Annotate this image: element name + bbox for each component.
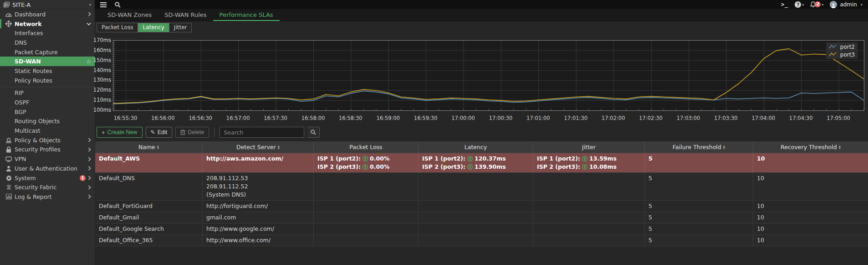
network-icon [4, 21, 14, 27]
sidebar-badge: 1 [80, 175, 86, 181]
sidebar-item-label: Interfaces [15, 30, 43, 36]
sidebar-item-sd-wan[interactable]: SD-WAN☆ [0, 57, 95, 66]
x-axis-tick-label: 17:03:00 [677, 115, 700, 121]
sidebar-item-rip[interactable]: RIP [0, 88, 95, 98]
y-axis-tick-label: 170ms [93, 37, 111, 43]
recovery-threshold: 10 [757, 202, 864, 210]
metric-tab-latency[interactable]: Latency [138, 23, 169, 32]
tab-sd-wan-zones[interactable]: SD-WAN Zones [101, 9, 158, 21]
sort-icon: ▲▼ [157, 145, 159, 149]
sidebar-item-policy-routes[interactable]: Policy Routes [0, 76, 95, 85]
sidebar-item-dns[interactable]: DNS [0, 38, 95, 47]
chevron-down-icon [87, 22, 91, 26]
metric-tab-jitter[interactable]: Jitter [169, 23, 192, 32]
detect-server: http://fortiguard.com/ [206, 202, 310, 210]
cli-console-button[interactable]: >_ [781, 1, 788, 8]
metric-value: 10.08ms [589, 163, 617, 171]
sidebar-item-system[interactable]: System1 [0, 173, 95, 183]
sort-icon: ▲▼ [839, 145, 841, 149]
delete-button[interactable]: Delete [175, 127, 209, 138]
column-header-recovery-threshold[interactable]: Recovery Threshold▲▼ [753, 141, 868, 153]
sidebar-item-label: OSPF [15, 99, 30, 106]
sidebar-item-multicast[interactable]: Multicast [0, 126, 95, 135]
recovery-threshold: 10 [757, 236, 864, 244]
sidebar-item-packet-capture[interactable]: Packet Capture [0, 47, 95, 57]
sidebar-item-dashboard[interactable]: Dashboard [0, 10, 95, 19]
sla-name: Default_FortiGuard [99, 202, 199, 210]
isp-label: ISP 1 (port2): [422, 155, 465, 163]
x-axis-tick-label: 17:04:30 [789, 115, 813, 121]
search-submit-button[interactable] [307, 127, 320, 138]
search-icon [311, 130, 316, 135]
sidebar-item-policy-objects[interactable]: Policy & Objects [0, 135, 95, 145]
create-new-button[interactable]: + Create New [97, 127, 143, 138]
sidebar-item-user-authentication[interactable]: User & Authentication [0, 164, 95, 173]
chevron-right-icon [88, 138, 91, 142]
sidebar-item-label: VPN [15, 156, 26, 162]
table-row-default-google-search[interactable]: Default_Google Searchhttp://www.google.c… [95, 223, 868, 235]
pencil-icon: ✎ [151, 129, 155, 135]
isp-label: ISP 1 (port2): [317, 155, 361, 163]
sidebar: SITE-A ▾ DashboardNetworkInterfacesDNSPa… [0, 0, 95, 265]
sidebar-item-bgp[interactable]: BGP [0, 107, 95, 117]
hamburger-menu-icon[interactable] [100, 2, 107, 7]
sidebar-item-security-profiles[interactable]: Security Profiles [0, 145, 95, 155]
x-axis-tick-label: 17:03:30 [714, 115, 738, 121]
y-axis-tick-label: 110ms [93, 97, 111, 103]
y-axis-tick-label: 120ms [93, 87, 111, 93]
table-row-default-office-365[interactable]: Default_Office_365http://www.office.com/… [95, 235, 868, 246]
search-input[interactable] [220, 127, 304, 138]
fabric-icon [4, 184, 14, 190]
tab-performance-slas[interactable]: Performance SLAs [213, 9, 280, 21]
detect-server: 208.91.112.53 [206, 174, 310, 182]
tab-sd-wan-rules[interactable]: SD-WAN Rules [158, 9, 213, 21]
sidebar-item-security-fabric[interactable]: Security Fabric [0, 182, 95, 192]
sidebar-item-interfaces[interactable]: Interfaces [0, 28, 95, 38]
sidebar-item-static-routes[interactable]: Static Routes [0, 66, 95, 76]
x-axis-tick-label: 16:57:00 [226, 115, 250, 121]
column-header-detect-server[interactable]: Detect Server▲▼ [203, 141, 314, 153]
sidebar-item-label: Log & Report [15, 193, 51, 200]
metric-value: 13.59ms [589, 155, 617, 163]
isp-label: ISP 2 (port3): [317, 163, 361, 171]
star-icon[interactable]: ☆ [86, 58, 91, 65]
sla-name: Default_DNS [99, 174, 199, 182]
search-icon[interactable] [115, 2, 121, 8]
table-row-default-dns[interactable]: Default_DNS208.91.112.53208.91.112.52(Sy… [95, 173, 868, 201]
legend-item-port2[interactable]: port2 [829, 43, 855, 51]
sidebar-item-label: Dashboard [15, 11, 46, 18]
column-header-name[interactable]: Name▲▼ [95, 141, 203, 153]
series-line-icon [829, 44, 837, 49]
site-name: SITE-A [12, 1, 31, 8]
status-up-icon [467, 156, 473, 161]
table-row-default-fortiguard[interactable]: Default_FortiGuardhttp://fortiguard.com/… [95, 201, 868, 212]
y-axis-tick-label: 140ms [93, 67, 111, 73]
chevron-right-icon [88, 166, 91, 171]
sidebar-item-label: BGP [15, 109, 26, 115]
sidebar-item-vpn[interactable]: VPN [0, 154, 95, 164]
sidebar-item-routing-objects[interactable]: Routing Objects [0, 117, 95, 126]
legend-item-port3[interactable]: port3 [829, 51, 855, 58]
edit-button[interactable]: ✎ Edit [146, 127, 173, 138]
sidebar-item-log-report[interactable]: Log & Report [0, 192, 95, 202]
failure-threshold: 5 [648, 236, 749, 244]
sidebar-item-ospf[interactable]: OSPF [0, 98, 95, 107]
table-row-default-gmail[interactable]: Default_Gmailgmail.com510 [95, 212, 868, 223]
site-selector[interactable]: SITE-A ▾ [0, 0, 95, 10]
column-header-failure-threshold[interactable]: Failure Threshold▲▼ [645, 141, 753, 153]
y-axis-tick-label: 160ms [93, 47, 111, 53]
sla-name: Default_Google Search [99, 225, 199, 233]
metric-tab-packet-loss[interactable]: Packet Loss [97, 23, 138, 32]
table-row-default-aws[interactable]: Default_AWShttp://aws.amazon.com/ISP 1 (… [95, 153, 868, 173]
metric-value: 0.00% [370, 163, 389, 171]
site-logo-icon [4, 2, 10, 8]
detect-server: 208.91.112.52 [206, 182, 310, 191]
sidebar-item-network[interactable]: Network [0, 19, 95, 29]
log-icon [4, 194, 14, 199]
x-axis-tick-label: 16:56:30 [189, 115, 212, 121]
failure-threshold: 5 [648, 155, 749, 163]
sla-name: Default_Gmail [99, 213, 199, 222]
notifications-button[interactable]: 2 ▾ [810, 1, 823, 8]
help-button[interactable]: ? ▾ [795, 1, 804, 8]
admin-menu[interactable]: admin ▾ [830, 1, 863, 8]
